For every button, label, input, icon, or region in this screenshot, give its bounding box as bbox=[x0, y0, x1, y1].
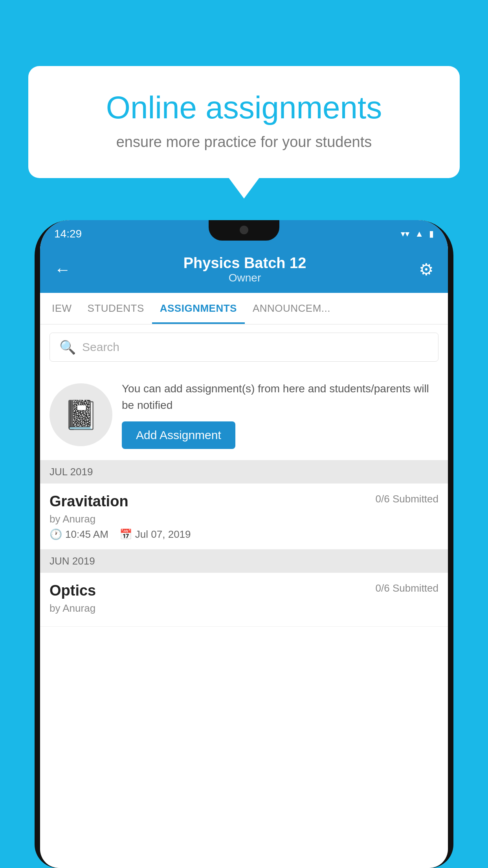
phone-frame: 14:29 ▾▾ ▲ ▮ ← Physics Batch 12 Owner ⚙ … bbox=[35, 220, 453, 868]
assignment-optics[interactable]: Optics 0/6 Submitted by Anurag bbox=[40, 573, 448, 627]
section-jun-2019: JUN 2019 bbox=[40, 550, 448, 573]
back-button[interactable]: ← bbox=[54, 261, 71, 278]
battery-icon: ▮ bbox=[429, 229, 434, 239]
batch-title: Physics Batch 12 bbox=[183, 255, 306, 272]
settings-icon[interactable]: ⚙ bbox=[419, 260, 434, 279]
app-header: ← Physics Batch 12 Owner ⚙ bbox=[40, 248, 448, 293]
assignment-meta-gravitation: 🕐 10:45 AM 📅 Jul 07, 2019 bbox=[50, 528, 438, 541]
assignment-gravitation[interactable]: Gravitation 0/6 Submitted by Anurag 🕐 10… bbox=[40, 484, 448, 550]
assignment-status-gravitation: 0/6 Submitted bbox=[376, 493, 438, 505]
add-assignment-button[interactable]: Add Assignment bbox=[122, 421, 235, 449]
promo-content: You can add assignment(s) from here and … bbox=[122, 381, 438, 449]
tab-announcements[interactable]: ANNOUNCEM... bbox=[245, 293, 338, 324]
calendar-icon: 📅 bbox=[119, 528, 132, 541]
speech-bubble: Online assignments ensure more practice … bbox=[28, 66, 460, 178]
role-subtitle: Owner bbox=[183, 272, 306, 284]
clock-icon: 🕐 bbox=[50, 528, 62, 541]
assignment-author-optics: by Anurag bbox=[50, 602, 438, 614]
phone-notch bbox=[209, 220, 279, 241]
promo-block: 📓 You can add assignment(s) from here an… bbox=[40, 370, 448, 460]
assignment-time-gravitation: 10:45 AM bbox=[65, 528, 108, 541]
tabs-bar: IEW STUDENTS ASSIGNMENTS ANNOUNCEM... bbox=[40, 293, 448, 325]
bubble-title: Online assignments bbox=[57, 90, 431, 126]
tab-assignments[interactable]: ASSIGNMENTS bbox=[152, 293, 245, 324]
search-container: 🔍 Search bbox=[40, 325, 448, 370]
assignment-status-optics: 0/6 Submitted bbox=[376, 582, 438, 594]
assignment-date-gravitation: Jul 07, 2019 bbox=[135, 528, 191, 541]
promo-text: You can add assignment(s) from here and … bbox=[122, 381, 438, 414]
search-placeholder: Search bbox=[82, 340, 119, 354]
tab-iew[interactable]: IEW bbox=[44, 293, 80, 324]
status-time: 14:29 bbox=[54, 228, 82, 240]
tab-students[interactable]: STUDENTS bbox=[80, 293, 152, 324]
section-jul-2019: JUL 2019 bbox=[40, 460, 448, 484]
assignment-name-gravitation: Gravitation bbox=[50, 493, 128, 510]
header-title-block: Physics Batch 12 Owner bbox=[183, 255, 306, 284]
status-icons: ▾▾ ▲ ▮ bbox=[401, 229, 434, 239]
camera bbox=[240, 226, 248, 234]
bubble-subtitle: ensure more practice for your students bbox=[57, 134, 431, 151]
search-bar[interactable]: 🔍 Search bbox=[50, 333, 438, 362]
assignment-author-gravitation: by Anurag bbox=[50, 513, 438, 525]
notebook-icon: 📓 bbox=[63, 398, 99, 432]
search-icon: 🔍 bbox=[59, 339, 76, 355]
signal-icon: ▲ bbox=[415, 229, 424, 239]
wifi-icon: ▾▾ bbox=[401, 229, 409, 239]
promo-icon-circle: 📓 bbox=[50, 383, 112, 446]
phone-screen: 14:29 ▾▾ ▲ ▮ ← Physics Batch 12 Owner ⚙ … bbox=[40, 220, 448, 868]
assignment-name-optics: Optics bbox=[50, 582, 96, 599]
